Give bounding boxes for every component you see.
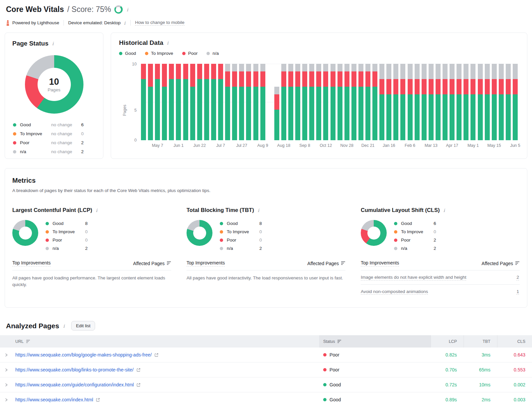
legend-value: 0 [259,229,262,234]
info-icon[interactable]: i [52,41,54,46]
page-url-link[interactable]: https://www.seoquake.com/index.html [15,397,93,402]
legend-label: n/a [401,246,434,251]
good-segment [457,94,462,140]
good-segment [485,94,490,140]
status-column-header[interactable]: Status [319,335,431,348]
page-url-link[interactable]: https://www.seoquake.com/blog/links-to-p… [15,367,134,372]
top-improvements-header[interactable]: Top Improvements [187,260,225,266]
info-icon[interactable]: i [126,7,129,12]
info-icon[interactable]: i [166,41,169,45]
external-link-icon[interactable] [154,353,159,357]
top-improvements-header[interactable]: Top Improvements [12,260,51,266]
row-expand-chevron[interactable] [0,353,12,357]
page-url-link[interactable]: https://www.seoquake.com/blog/google-mak… [15,352,152,357]
chevron-right-icon [4,368,8,372]
lcp-donut-chart [12,220,38,246]
table-row: https://www.seoquake.com/index.htmlGood0… [0,392,532,403]
legend-label: Poor [227,238,259,243]
external-link-icon[interactable] [96,398,100,402]
tbt-value: 2ms [464,397,497,402]
good-segment [372,87,377,140]
affected-pages-sort[interactable]: Affected Pages [307,261,345,266]
status-badge: Good [319,397,431,402]
poor-segment [485,79,490,94]
cls-column-header[interactable]: CLS [497,335,532,348]
legend-label: To Improve [401,229,434,234]
improvement-link[interactable]: Image elements do not have explicit widt… [361,275,466,280]
na-dot-icon [220,247,223,250]
affected-pages-sort[interactable]: Affected Pages [133,261,171,266]
edit-list-button[interactable]: Edit list [71,321,95,331]
info-icon[interactable]: i [257,208,260,213]
na-segment [358,64,363,71]
na-segment [316,64,321,71]
good-segment [470,94,475,140]
legend-label: Poor [401,238,434,243]
row-expand-chevron[interactable] [0,383,12,387]
historical-data-card: Historical Data i GoodTo ImprovePoorn/a … [111,33,527,159]
affected-pages-count[interactable]: 1 [516,289,519,295]
poor-segment [499,79,504,94]
bar: May 1 [470,64,475,140]
poor-segment [513,79,518,94]
core-web-vitals-page: Core Web Vitals / Score: 75% i Powered b… [0,0,532,403]
sort-icon [341,261,345,265]
bar: Dec 21 [365,64,370,140]
table-body: https://www.seoquake.com/blog/google-mak… [0,348,532,403]
poor-segment [295,71,300,87]
change-to-mobile-link[interactable]: How to change to mobile [135,20,185,26]
affected-pages-count[interactable]: 2 [516,275,519,280]
row-expand-chevron[interactable] [0,368,12,372]
top-improvements-header[interactable]: Top Improvements [361,260,399,266]
lcp-column-header[interactable]: LCP [431,335,464,348]
row-expand-chevron[interactable] [0,398,12,402]
tbt-column-header[interactable]: TBT [464,335,497,348]
x-axis-label: Aug 9 [257,143,268,148]
improvement-link[interactable]: Avoid non-composited animations [361,289,428,295]
page-url-link[interactable]: https://www.seoquake.com/guide/configura… [15,382,134,387]
na-segment [365,64,370,71]
na-dot-icon [206,52,210,55]
sort-icon [515,261,520,265]
legend-item: n/a2 [394,246,436,251]
historical-data-title: Historical Data [119,39,163,47]
na-segment [386,64,391,79]
donut-center: 10 Pages [25,55,83,114]
na-segment [351,64,356,71]
device-emulated: Device emulated: Desktop i [68,20,126,25]
good-segment [274,110,279,140]
na-segment [464,64,468,79]
cls-value: 0.003 [497,397,532,402]
bar [358,64,363,140]
legend-label: n/a [212,51,219,56]
external-link-icon[interactable] [136,368,141,372]
na-segment [415,64,420,79]
good-dot-icon [46,222,49,225]
legend-item: To Improve0 [394,229,436,234]
status-badge: Good [319,382,431,387]
metric-lcp-title: Largest Contentful Paint (LCP) [12,207,92,213]
bar [499,64,504,140]
good-segment [464,94,468,140]
poor-segment [183,64,188,79]
info-icon[interactable]: i [443,208,445,213]
good-segment [365,87,370,140]
na-segment [506,64,511,79]
y-axis-label: Pages [122,105,127,116]
na-segment [253,64,258,71]
affected-pages-sort[interactable]: Affected Pages [481,261,520,266]
good-segment [429,94,434,140]
page-status-donut: 10 Pages [25,55,83,114]
info-icon[interactable]: i [123,21,126,25]
url-column-header[interactable]: URL [12,339,319,344]
info-icon[interactable]: i [63,324,65,328]
bar [393,64,398,140]
pages-total-label: Pages [48,87,60,92]
external-link-icon[interactable] [136,383,141,387]
good-segment [141,79,146,140]
info-icon[interactable]: i [95,208,98,213]
good-dot-icon [220,222,223,225]
divider [64,20,64,26]
powered-by: Powered by Lighthouse [6,20,59,26]
header-meta-row: Powered by Lighthouse Device emulated: D… [6,20,527,26]
